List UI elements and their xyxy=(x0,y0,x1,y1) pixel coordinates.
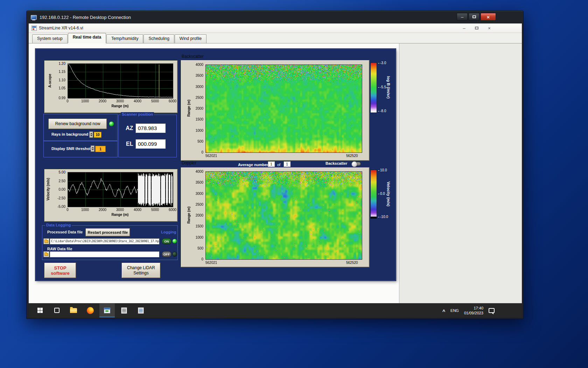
axis-label: Velocity (m/s) xyxy=(46,172,51,206)
logging-label: Logging xyxy=(160,230,177,234)
taskbar: ^ ENG 17:40 01/09/2023 xyxy=(29,303,522,317)
axis-label: 2000 xyxy=(96,99,110,103)
streamline-app-button[interactable] xyxy=(99,304,115,318)
az-label: AZ xyxy=(126,125,133,131)
language-indicator[interactable]: ENG xyxy=(450,308,459,313)
restart-processed-file-button[interactable]: Restart processed file xyxy=(86,229,130,236)
app-window-controls: – × xyxy=(459,24,495,32)
rdp-close-button[interactable]: × xyxy=(481,13,496,21)
raw-logging-toggle[interactable]: OFF xyxy=(162,251,172,257)
raw-data-file-label: RAW Data file xyxy=(47,247,72,251)
remote-session: StreamLine XR v14-6.vi – × System setup … xyxy=(29,23,522,317)
background-group: Renew background now Rays in background … xyxy=(43,114,118,141)
firefox-button[interactable] xyxy=(83,304,98,318)
rdp-maximize-button[interactable] xyxy=(469,13,479,21)
scan-scheduler-icon xyxy=(121,307,127,314)
axis-label: 3000 xyxy=(113,208,127,212)
axis-label: 1000 xyxy=(181,129,203,132)
doppler-header: Doppler xyxy=(182,161,196,165)
backscatter-chart: 4000350030002500200015001000500056202156… xyxy=(181,60,369,161)
backscatter-plot xyxy=(205,64,362,153)
axis-label: -5.5 xyxy=(378,85,386,89)
of-label: of xyxy=(277,163,280,167)
folder-icon xyxy=(44,240,48,243)
tab-temp-humidity[interactable]: Temp/humidity xyxy=(106,34,143,43)
processed-logging-toggle[interactable]: ON xyxy=(162,238,172,244)
app-title: StreamLine XR v14-6.vi xyxy=(39,26,83,30)
axis-label: 562520 xyxy=(346,261,358,265)
axis-label: 1000 xyxy=(78,99,92,103)
action-center-icon[interactable] xyxy=(489,308,495,313)
backscatter-header: Backscatter xyxy=(182,54,204,59)
data-logging-title: Data Logging xyxy=(45,223,72,227)
tab-system-setup[interactable]: System setup xyxy=(32,34,68,43)
change-line2: Settings xyxy=(133,271,148,276)
axis-label: 1500 xyxy=(181,224,203,228)
processed-data-file-label: Processed Data file xyxy=(47,230,83,234)
front-panel: Backscatter Doppler 1.201.151.101.050.99… xyxy=(29,43,522,317)
average-number-field[interactable]: 1 xyxy=(268,161,275,167)
rdp-minimize-button[interactable]: – xyxy=(457,13,468,21)
stop-line2: software xyxy=(51,271,69,276)
task-view-button[interactable] xyxy=(49,304,64,318)
axis-label: Range (m) xyxy=(187,64,192,152)
axis-label: 2000 xyxy=(181,213,203,217)
backscatter-colorbar-label: log B (/m/sr) xyxy=(386,62,391,112)
axis-label: 6000 xyxy=(166,208,180,212)
velocity-plot xyxy=(68,172,173,207)
axis-label: 3000 xyxy=(113,99,127,103)
ascope-chart: 1.201.151.101.050.9901000200030004000500… xyxy=(44,61,177,113)
rays-value-field[interactable]: 10 xyxy=(94,132,102,138)
start-button[interactable] xyxy=(32,304,48,318)
doppler-colorbar: 10.00.0-10.0 xyxy=(370,170,395,218)
taskbar-clock[interactable]: 17:40 01/09/2023 xyxy=(464,306,483,315)
raw-path-browse-button[interactable] xyxy=(43,251,49,257)
processed-path-browse-button[interactable] xyxy=(43,238,49,244)
app-close-button[interactable]: × xyxy=(484,24,495,32)
axis-label: 3000 xyxy=(181,85,203,89)
axis-label: 1000 xyxy=(78,208,92,212)
axis-label: 500 xyxy=(181,246,203,250)
axis-label: 0 xyxy=(61,99,75,103)
stop-software-button[interactable]: STOP software xyxy=(44,263,76,278)
processed-logging-led xyxy=(172,239,177,244)
file-explorer-button[interactable] xyxy=(66,304,81,318)
data-logging-group: Data Logging Processed Data file Restart… xyxy=(42,225,178,260)
windows-logo-icon xyxy=(37,308,43,313)
axis-label: 4000 xyxy=(181,63,203,67)
axis-label: 0.0 xyxy=(378,192,385,196)
tab-real-time-data[interactable]: Real time data xyxy=(68,33,106,43)
processed-path-field[interactable]: C:\Lidar\Data\Proc\2023\202309\20230901\… xyxy=(50,238,159,244)
rays-spinner[interactable] xyxy=(89,131,93,138)
backscatter-colorbar: -3.0-5.5-8.0 xyxy=(370,62,395,112)
snr-spinner[interactable] xyxy=(91,145,94,152)
scan-scheduler-button[interactable] xyxy=(116,304,132,318)
axis-label: 1000 xyxy=(181,236,203,239)
axis-label: 4000 xyxy=(131,208,145,212)
notes-app-button[interactable] xyxy=(133,304,148,318)
axis-label: 2000 xyxy=(96,208,110,212)
minimize-icon: – xyxy=(463,26,465,31)
app-minimize-button[interactable]: – xyxy=(459,24,469,32)
average-total-field[interactable]: 1 xyxy=(284,161,290,167)
az-indicator: 078.983 xyxy=(135,123,166,133)
raw-path-field[interactable] xyxy=(50,251,159,257)
app-restore-button[interactable] xyxy=(471,24,482,32)
restore-icon xyxy=(475,27,478,29)
tab-scheduling[interactable]: Scheduling xyxy=(144,34,174,43)
hidden-icons-chevron[interactable]: ^ xyxy=(442,310,445,313)
snr-value-field[interactable]: 1 xyxy=(95,146,106,152)
rdp-window: 192.168.0.122 - Remote Desktop Connectio… xyxy=(26,11,524,319)
axis-label: 5000 xyxy=(148,99,162,103)
tab-wind-profile[interactable]: Wind profile xyxy=(175,34,206,43)
rdp-icon xyxy=(31,15,37,20)
renew-background-button[interactable]: Renew background now xyxy=(49,119,107,129)
backscatter-toggle-switch[interactable] xyxy=(352,162,361,166)
change-lidar-settings-button[interactable]: Change LiDAR Settings xyxy=(122,263,160,278)
stop-line1: STOP xyxy=(54,265,66,271)
axis-label: 2000 xyxy=(181,107,203,110)
firefox-icon xyxy=(87,307,94,314)
maximize-icon xyxy=(472,15,476,18)
axis-label: 2500 xyxy=(181,96,203,100)
axis-label: 3000 xyxy=(181,192,203,196)
